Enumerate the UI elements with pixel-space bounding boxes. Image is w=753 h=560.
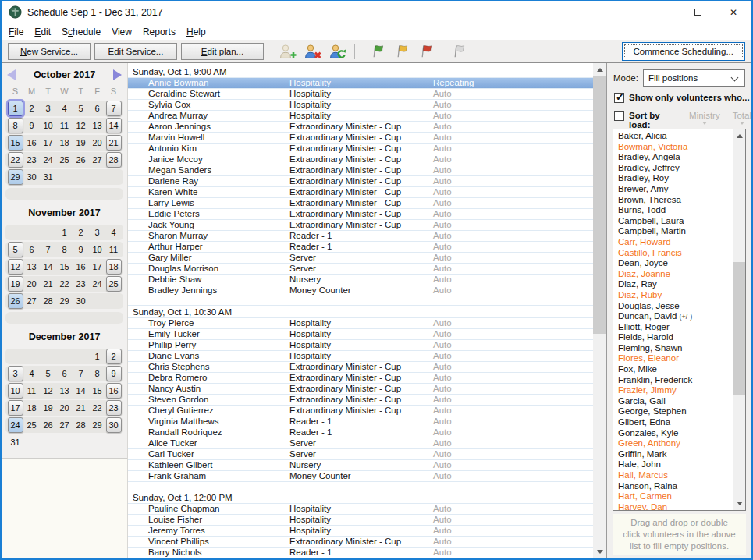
schedule-row[interactable]: Karen WhiteExtraordinary Minister - CupA… [128, 187, 593, 198]
volunteer-item[interactable]: Baker, Alicia [618, 131, 733, 142]
volunteer-item[interactable]: Brewer, Amy [618, 184, 733, 195]
calendar-day-19[interactable]: 19 [41, 400, 56, 416]
volunteer-item[interactable]: Hanson, Raina [618, 481, 733, 492]
calendar-day-21[interactable]: 21 [106, 135, 122, 151]
calendar-day-24[interactable]: 24 [8, 417, 23, 433]
calendar-day-26[interactable]: 26 [8, 293, 23, 309]
volunteer-item[interactable]: Campbell, Martin [618, 226, 733, 237]
calendar-day-3[interactable]: 3 [8, 366, 23, 381]
calendar-day-5[interactable]: 5 [41, 366, 56, 381]
schedule-row[interactable]: Nancy AustinExtraordinary Minister - Cup… [128, 384, 593, 395]
schedule-row[interactable]: Sharon MurrayReader - 1Auto [128, 231, 593, 242]
schedule-row[interactable]: Darlene RayExtraordinary Minister - CupA… [128, 176, 593, 187]
volunteer-item[interactable]: Gonzales, Kyle [618, 428, 733, 439]
calendar-day-13[interactable]: 13 [57, 383, 73, 399]
calendar-day-25[interactable]: 25 [106, 276, 122, 292]
schedule-row[interactable]: Antonio KimExtraordinary Minister - CupA… [128, 144, 593, 154]
volunteer-item[interactable]: Duncan, David(+/-) [618, 311, 733, 322]
calendar-day-24[interactable]: 24 [41, 152, 56, 168]
calendar-day-20[interactable]: 20 [57, 400, 73, 416]
calendar-day-7[interactable]: 7 [73, 366, 89, 381]
volunteer-item[interactable]: Flores, Eleanor [618, 353, 733, 364]
schedule-row[interactable]: Gary MillerServerAuto [128, 253, 593, 264]
calendar-day-27[interactable]: 27 [57, 417, 73, 433]
calendar-day-16[interactable]: 16 [106, 383, 122, 399]
volunteer-item[interactable]: Brown, Theresa [618, 195, 733, 206]
volunteer-item[interactable]: Bradley, Jeffrey [618, 163, 733, 174]
sort-option-total[interactable]: Total [733, 111, 751, 125]
menu-schedule[interactable]: Schedule [56, 23, 106, 40]
swap-volunteer-icon[interactable] [329, 44, 346, 59]
schedule-row[interactable]: Jeremy TorresHospitalityAuto [128, 526, 593, 537]
calendar-day-17[interactable]: 17 [90, 259, 105, 275]
calendar-day-25[interactable]: 25 [57, 152, 73, 168]
schedule-row[interactable]: Eddie PetersExtraordinary Minister - Cup… [128, 209, 593, 220]
menu-edit[interactable]: Edit [29, 23, 56, 40]
calendar-day-4[interactable]: 4 [57, 101, 73, 116]
calendar-day-3[interactable]: 3 [90, 225, 105, 240]
calendar-day-6[interactable]: 6 [57, 366, 73, 381]
commence-scheduling-button[interactable]: Commence Scheduling... [622, 42, 745, 61]
calendar-day-1[interactable]: 1 [8, 101, 23, 116]
volunteer-item[interactable]: Diaz, Ray [618, 279, 733, 290]
menu-view[interactable]: View [106, 23, 137, 40]
schedule-row[interactable]: Aaron JenningsExtraordinary Minister - C… [128, 122, 593, 133]
calendar-day-18[interactable]: 18 [24, 400, 40, 416]
maximize-button[interactable] [680, 1, 716, 23]
volunteer-scrollbar[interactable] [733, 129, 745, 510]
calendar-day-27[interactable]: 27 [24, 293, 40, 309]
calendar-day-11[interactable]: 11 [106, 242, 122, 257]
calendar-day-12[interactable]: 12 [41, 383, 56, 399]
schedule-row[interactable]: Debra RomeroExtraordinary Minister - Cup… [128, 373, 593, 384]
volunteer-item[interactable]: Bradley, Roy [618, 173, 733, 184]
sort-by-load-checkbox-row[interactable]: Sort by load: Ministry Total [614, 111, 751, 129]
calendar-day-7[interactable]: 7 [106, 101, 122, 116]
calendar-day-23[interactable]: 23 [106, 400, 122, 416]
calendar-day-22[interactable]: 22 [57, 276, 73, 292]
scrollbar-thumb[interactable] [733, 262, 746, 395]
volunteer-item[interactable]: Fox, Mike [618, 364, 733, 375]
volunteer-item[interactable]: Diaz, Joanne [618, 269, 733, 280]
volunteer-item[interactable]: Hall, Marcus [618, 470, 733, 481]
calendar-day-15[interactable]: 15 [8, 135, 23, 151]
calendar-day-26[interactable]: 26 [41, 417, 56, 433]
sort-option-ministry[interactable]: Ministry [689, 111, 720, 125]
schedule-row[interactable]: Randall RodriquezReader - 1Auto [128, 427, 593, 438]
calendar-day-29[interactable]: 29 [57, 293, 73, 309]
calendar-day-7[interactable]: 7 [41, 242, 56, 257]
calendar-day-6[interactable]: 6 [24, 242, 40, 257]
volunteer-item[interactable]: Frazier, Jimmy [618, 385, 733, 396]
calendar-day-17[interactable]: 17 [8, 400, 23, 416]
calendar-day-21[interactable]: 21 [41, 276, 56, 292]
calendar-day-28[interactable]: 28 [106, 152, 122, 168]
calendar-day-28[interactable]: 28 [73, 417, 89, 433]
menu-help[interactable]: Help [181, 23, 211, 40]
calendar-day-2[interactable]: 2 [24, 101, 40, 116]
calendar-day-5[interactable]: 5 [8, 242, 23, 257]
calendar-day-4[interactable]: 4 [106, 225, 122, 240]
calendar-day-10[interactable]: 10 [8, 383, 23, 399]
check-icon[interactable] [614, 93, 624, 103]
calendar-day-31[interactable]: 31 [41, 169, 56, 185]
calendar-day-13[interactable]: 13 [90, 118, 105, 133]
sort-by-load-checkbox[interactable] [614, 111, 624, 121]
calendar-day-18[interactable]: 18 [57, 135, 73, 151]
calendar-day-13[interactable]: 13 [24, 259, 40, 275]
volunteer-item[interactable]: Dean, Joyce [618, 258, 733, 269]
calendar-day-11[interactable]: 11 [57, 118, 73, 133]
volunteer-item[interactable]: Franklin, Frederick [618, 375, 733, 386]
schedule-row[interactable]: Annie BowmanHospitalityRepeating [128, 78, 593, 89]
calendar-day-23[interactable]: 23 [73, 276, 89, 292]
calendar-day-26[interactable]: 26 [73, 152, 89, 168]
prev-month-arrow-icon[interactable] [7, 69, 16, 80]
calendar-day-12[interactable]: 12 [73, 118, 89, 133]
calendar-day-29[interactable]: 29 [90, 417, 105, 433]
calendar-day-2[interactable]: 2 [106, 349, 122, 364]
calendar-day-15[interactable]: 15 [90, 383, 105, 399]
calendar-day-30[interactable]: 30 [24, 169, 40, 185]
calendar-day-10[interactable]: 10 [90, 242, 105, 257]
schedule-row[interactable]: Sylvia CoxHospitalityAuto [128, 100, 593, 111]
schedule-row[interactable]: Jack YoungExtraordinary Minister - CupAu… [128, 220, 593, 231]
calendar-day-11[interactable]: 11 [24, 383, 40, 399]
schedule-row[interactable]: Janice MccoyExtraordinary Minister - Cup… [128, 154, 593, 165]
